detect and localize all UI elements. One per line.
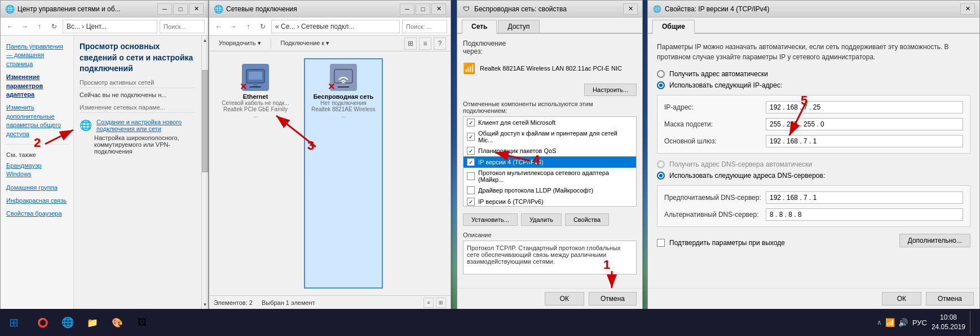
taskbar-icon-photos[interactable]: 🖼 bbox=[131, 311, 153, 334]
w2-maximize-button[interactable]: □ bbox=[416, 3, 430, 15]
adapter-icon: 📶 bbox=[463, 62, 475, 75]
organize-button[interactable]: Упорядочить ▾ bbox=[214, 38, 266, 49]
w4-cancel-button[interactable]: Отмена bbox=[926, 292, 974, 306]
taskbar-icon-paint[interactable]: 🎨 bbox=[106, 311, 129, 334]
window1-scrollbar[interactable]: ▲ ▼ bbox=[201, 36, 208, 309]
w2-minimize-button[interactable]: ─ bbox=[400, 3, 414, 15]
systray-chevron[interactable]: ∧ bbox=[877, 318, 882, 326]
sidebar-home-link[interactable]: Панель управления — домашняя страница bbox=[1, 40, 73, 71]
w3-close-button[interactable]: ✕ bbox=[623, 3, 638, 15]
sidebar-sharing-link[interactable]: Изменить дополнительные параметры общего… bbox=[1, 101, 73, 141]
clock[interactable]: 10:08 24.05.2019 bbox=[932, 313, 965, 332]
tab-general[interactable]: Общие bbox=[652, 20, 695, 34]
advanced-button[interactable]: Дополнительно... bbox=[899, 234, 970, 247]
comp-item-3[interactable]: IP версии 4 (TCP/IPv4) bbox=[463, 156, 636, 168]
start-button[interactable]: ⊞ bbox=[0, 309, 27, 336]
preferred-dns-value[interactable]: 192 . 168 . 7 . 1 bbox=[766, 191, 963, 204]
view-grid-btn[interactable]: ⊞ bbox=[436, 298, 446, 308]
w2-up-button[interactable]: ↑ bbox=[242, 20, 254, 33]
sidebar-firewall-link[interactable]: Брандмауэр Windows bbox=[1, 159, 73, 181]
wireless-connection-item[interactable]: ✕ Беспроводная сеть Нет подключения Real… bbox=[304, 58, 383, 289]
w2-search-input[interactable] bbox=[402, 20, 447, 33]
scroll-up-btn[interactable]: ▲ bbox=[202, 36, 208, 45]
sidebar-homegroup-link[interactable]: Домашняя группа bbox=[1, 181, 73, 194]
comp-item-4[interactable]: Протокол мультиплексора сетевого адаптер… bbox=[463, 168, 636, 185]
gateway-value[interactable]: 192 . 168 . 7 . 1 bbox=[766, 135, 963, 147]
manual-dns-radio[interactable]: Использовать следующие адреса DNS-сервер… bbox=[657, 172, 970, 180]
comp-check-2[interactable] bbox=[467, 147, 475, 155]
components-list[interactable]: Клиент для сетей Microsoft Общий доступ … bbox=[463, 116, 637, 207]
tab-network[interactable]: Сеть bbox=[462, 20, 497, 34]
address-path[interactable]: Вс... › Цент... bbox=[63, 20, 157, 33]
w2-address-path[interactable]: « Се... › Сетевые подкл... bbox=[271, 20, 400, 33]
comp-check-0[interactable] bbox=[467, 119, 475, 126]
taskbar-icon-browser[interactable]: 🌐 bbox=[56, 311, 79, 334]
sidebar-adapter-link[interactable]: Изменение параметров адаптера bbox=[1, 71, 73, 101]
details-btn[interactable]: ≡ bbox=[419, 37, 431, 50]
comp-item-2[interactable]: Планировщик пакетов QoS bbox=[463, 145, 636, 156]
comp-item-5[interactable]: Драйвер протокола LLDP (Майкрософт) bbox=[463, 185, 636, 196]
scroll-down-btn[interactable]: ▼ bbox=[202, 300, 208, 309]
sidebar-browser-link[interactable]: Свойства браузера bbox=[1, 207, 73, 220]
comp-check-4[interactable] bbox=[467, 172, 475, 180]
comp-check-1[interactable] bbox=[467, 133, 475, 141]
show-desktop-btn[interactable] bbox=[970, 311, 973, 334]
sidebar-infrared-link[interactable]: Инфракрасная связь bbox=[1, 194, 73, 207]
install-button[interactable]: Установить... bbox=[463, 213, 518, 226]
manual-dns-circle[interactable] bbox=[657, 172, 665, 180]
tab-access[interactable]: Доступ bbox=[498, 20, 539, 33]
w3-ok-button[interactable]: ОК bbox=[545, 292, 584, 306]
taskbar-icon-explorer[interactable]: 📁 bbox=[81, 311, 104, 334]
ip-value[interactable]: 192 . 168 . 7 . 25 bbox=[766, 101, 963, 114]
ip-properties-window: 🌐 Свойства: IP версии 4 (TCP/IPv4) ✕ Общ… bbox=[647, 0, 980, 309]
w2-close-button[interactable]: ✕ bbox=[431, 3, 446, 15]
validate-checkbox[interactable] bbox=[657, 239, 665, 247]
scroll-track[interactable] bbox=[202, 45, 208, 300]
search-input[interactable] bbox=[160, 20, 205, 33]
w2-refresh-button[interactable]: ↻ bbox=[257, 20, 269, 33]
minimize-button[interactable]: ─ bbox=[157, 3, 172, 15]
volume-icon[interactable]: 🔊 bbox=[898, 318, 908, 327]
auto-ip-radio[interactable]: Получить адрес автоматически bbox=[657, 70, 970, 78]
alt-dns-value[interactable]: 8 . 8 . 8 . 8 bbox=[766, 208, 963, 221]
view-list-btn[interactable]: ≡ bbox=[423, 298, 434, 308]
maximize-button[interactable]: □ bbox=[173, 3, 188, 15]
scroll-thumb[interactable] bbox=[202, 70, 208, 172]
configure-button[interactable]: Настроить... bbox=[584, 84, 637, 96]
connect-to-button[interactable]: Подключение к ▾ bbox=[276, 38, 335, 49]
window3-tab-bar: Сеть Доступ bbox=[457, 18, 642, 34]
close-button[interactable]: ✕ bbox=[189, 3, 204, 15]
auto-ip-circle[interactable] bbox=[657, 70, 665, 78]
subnet-value[interactable]: 255 . 255 . 255 . 0 bbox=[766, 118, 963, 130]
comp-item-1[interactable]: Общий доступ к файлам и принтерам для се… bbox=[463, 128, 636, 145]
view-toggle-btn[interactable]: ⊞ bbox=[404, 37, 417, 50]
network-systray-icon[interactable]: 📶 bbox=[885, 318, 895, 327]
properties-button[interactable]: Свойства bbox=[565, 213, 609, 226]
comp-check-3[interactable] bbox=[467, 158, 475, 166]
manual-ip-circle[interactable] bbox=[657, 81, 665, 89]
validate-checkbox-row[interactable]: Подтвердить параметры при выходе bbox=[657, 239, 785, 247]
ethernet-connection-item[interactable]: ✕ Ethernet Сетевой кабель не подк... Rea… bbox=[216, 58, 295, 289]
remove-button[interactable]: Удалить bbox=[521, 213, 562, 226]
auto-dns-circle[interactable] bbox=[657, 160, 665, 168]
comp-item-0[interactable]: Клиент для сетей Microsoft bbox=[463, 117, 636, 128]
taskbar-icon-cortana[interactable]: ⭕ bbox=[32, 311, 54, 334]
forward-button[interactable]: → bbox=[19, 20, 31, 33]
create-connection-item[interactable]: 🌐 Создание и настройка нового подключени… bbox=[80, 116, 196, 134]
manual-ip-radio[interactable]: Использовать следующий IP-адрес: bbox=[657, 81, 970, 89]
refresh-button[interactable]: ↻ bbox=[48, 20, 60, 33]
w2-forward-button[interactable]: → bbox=[227, 20, 240, 33]
comp-check-6[interactable] bbox=[467, 198, 475, 206]
comp-item-6[interactable]: IP версии 6 (TCP/IPv6) bbox=[463, 196, 636, 207]
comp-check-5[interactable] bbox=[467, 186, 475, 194]
w4-ok-button[interactable]: ОК bbox=[882, 292, 921, 306]
auto-dns-radio[interactable]: Получить адрес DNS-сервера автоматически bbox=[657, 160, 970, 168]
w2-back-button[interactable]: ← bbox=[213, 20, 225, 33]
up-button[interactable]: ↑ bbox=[33, 20, 46, 33]
back-button[interactable]: ← bbox=[4, 20, 16, 33]
create-connection-link[interactable]: Создание и настройка нового подключения … bbox=[96, 119, 196, 132]
lang-indicator[interactable]: РУС bbox=[912, 318, 927, 327]
w3-cancel-button[interactable]: Отмена bbox=[589, 292, 637, 306]
w4-close-button[interactable]: ✕ bbox=[960, 3, 975, 15]
help-btn[interactable]: ? bbox=[434, 37, 446, 50]
